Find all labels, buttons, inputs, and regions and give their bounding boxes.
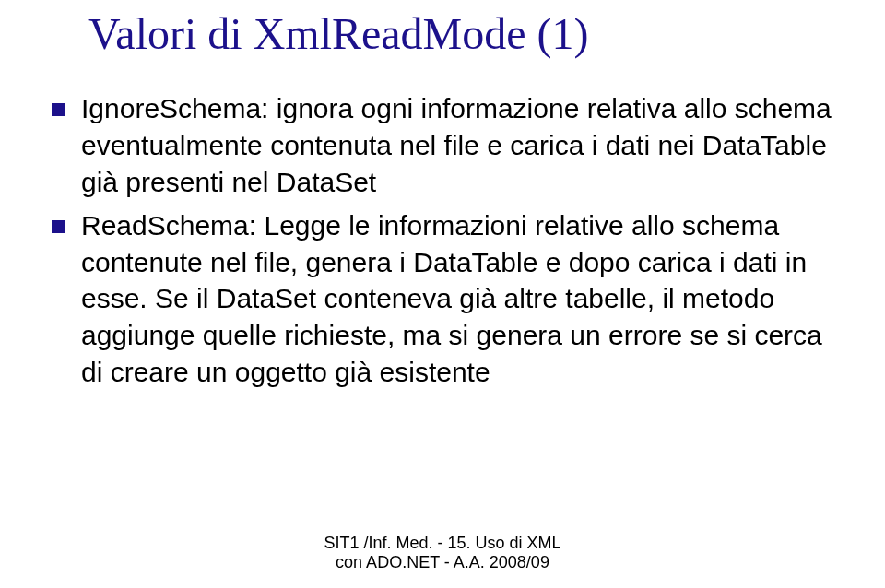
slide-title: Valori di XmlReadMode (1) bbox=[88, 11, 848, 57]
bullet-list: IgnoreSchema: ignora ogni informazione r… bbox=[52, 90, 848, 390]
bullet-text: IgnoreSchema: ignora ogni informazione r… bbox=[81, 90, 846, 200]
slide-footer: SIT1 /Inf. Med. - 15. Uso di XML con ADO… bbox=[0, 534, 885, 573]
bullet-text: ReadSchema: Legge le informazioni relati… bbox=[81, 207, 846, 390]
footer-line-2: con ADO.NET - A.A. 2008/09 bbox=[0, 553, 885, 573]
footer-line-1: SIT1 /Inf. Med. - 15. Uso di XML bbox=[0, 534, 885, 554]
list-item: IgnoreSchema: ignora ogni informazione r… bbox=[52, 90, 848, 200]
slide: Valori di XmlReadMode (1) IgnoreSchema: … bbox=[0, 0, 885, 588]
bullet-square-icon bbox=[52, 103, 65, 116]
bullet-square-icon bbox=[52, 220, 65, 233]
list-item: ReadSchema: Legge le informazioni relati… bbox=[52, 207, 848, 390]
